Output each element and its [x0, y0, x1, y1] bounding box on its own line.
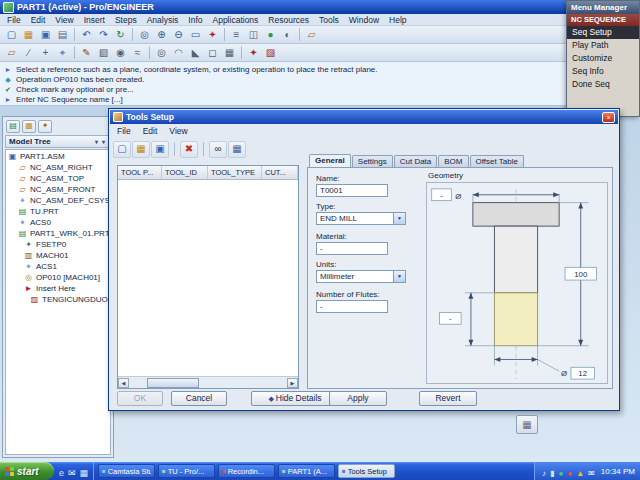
- tool-type-select[interactable]: END MILL ▼: [316, 212, 406, 225]
- tray-update-icon[interactable]: ▲: [576, 462, 584, 480]
- new-file-icon[interactable]: ▢: [3, 27, 20, 42]
- datum-plane-icon[interactable]: ▱: [3, 45, 20, 60]
- dialog-tab[interactable]: BOM: [438, 155, 468, 167]
- menubar-item[interactable]: Steps: [110, 15, 142, 25]
- dialog-tab[interactable]: Cut Data: [394, 155, 438, 167]
- floating-tool-button[interactable]: ▦: [516, 415, 538, 434]
- shell-icon[interactable]: ◻: [204, 45, 221, 60]
- holder-diameter-field[interactable]: -: [432, 189, 452, 201]
- chamfer-icon[interactable]: ◣: [187, 45, 204, 60]
- show-desktop-icon[interactable]: ▦: [80, 462, 89, 480]
- dialog-tab[interactable]: General: [309, 154, 351, 167]
- save-icon[interactable]: ▣: [37, 27, 54, 42]
- table-column-header[interactable]: TOOL_ID: [162, 166, 208, 179]
- menubar-item[interactable]: Help: [384, 15, 411, 25]
- scroll-left-icon[interactable]: ◀: [118, 378, 129, 388]
- tray-mail-icon[interactable]: ✉: [588, 462, 595, 480]
- model-tree-tab-icon[interactable]: ▤: [6, 120, 20, 133]
- dialog-menu-item[interactable]: File: [111, 126, 137, 136]
- menubar-item[interactable]: Applications: [208, 15, 264, 25]
- layers-icon[interactable]: ≡: [228, 27, 245, 42]
- menubar-item[interactable]: Edit: [26, 15, 51, 25]
- menu-manager-item[interactable]: Customize: [567, 52, 639, 65]
- dialog-menu-item[interactable]: Edit: [137, 126, 164, 136]
- model-tree-item[interactable]: ▤ TU.PRT: [6, 206, 110, 217]
- revolve-icon[interactable]: ◉: [112, 45, 129, 60]
- model-tree-item[interactable]: ▱ NC_ASM_RIGHT: [6, 162, 110, 173]
- show-dropdown-icon[interactable]: ▾: [93, 138, 100, 145]
- dialog-tab[interactable]: Offset Table: [470, 155, 524, 167]
- taskbar-task-button[interactable]: ■ TU - Pro/...: [158, 464, 215, 478]
- tray-antivirus-icon[interactable]: ●: [567, 462, 572, 480]
- refit-icon[interactable]: ▭: [187, 27, 204, 42]
- dialog-tab[interactable]: Settings: [352, 155, 393, 167]
- settings-dropdown-icon[interactable]: ▾: [100, 138, 107, 145]
- table-horizontal-scrollbar[interactable]: ◀ ▶: [118, 376, 298, 388]
- table-column-header[interactable]: TOOL_TYPE: [208, 166, 262, 179]
- model-tree-item[interactable]: ▱ NC_ASM_FRONT: [6, 184, 110, 195]
- new-tool-icon[interactable]: ▢: [113, 141, 131, 158]
- dialog-close-button[interactable]: ×: [602, 112, 615, 123]
- nc-sequence-icon[interactable]: ✦: [245, 45, 262, 60]
- menu-manager-item[interactable]: Play Path: [567, 39, 639, 52]
- model-tree-item[interactable]: ◎ OP010 [MACH01]: [6, 272, 110, 283]
- cancel-button[interactable]: Cancel: [171, 391, 227, 406]
- dialog-menu-item[interactable]: View: [163, 126, 193, 136]
- favorites-tab-icon[interactable]: ✦: [38, 120, 52, 133]
- dropdown-arrow-icon[interactable]: ▼: [393, 213, 405, 224]
- table-column-header[interactable]: TOOL P...: [118, 166, 162, 179]
- tool-table-icon[interactable]: ▦: [228, 141, 246, 158]
- model-tree-item[interactable]: ✦ FSETP0: [6, 239, 110, 250]
- datum-display-icon[interactable]: ▱: [303, 27, 320, 42]
- save-tool-icon[interactable]: ▣: [151, 141, 169, 158]
- tool-table-body[interactable]: [118, 179, 298, 377]
- zoom-out-icon[interactable]: ⊖: [170, 27, 187, 42]
- menu-manager-item[interactable]: Seq Info: [567, 65, 639, 78]
- hide-details-button[interactable]: ◆Hide Details: [251, 391, 339, 406]
- apply-button[interactable]: Apply: [329, 391, 387, 406]
- taskbar-task-button[interactable]: ■ Camtasia Stu...: [98, 464, 155, 478]
- menubar-item[interactable]: View: [50, 15, 78, 25]
- menubar-item[interactable]: Window: [344, 15, 384, 25]
- display-style-icon[interactable]: ◐: [279, 27, 296, 42]
- repaint-icon[interactable]: ✦: [204, 27, 221, 42]
- open-tool-icon[interactable]: ▦: [132, 141, 150, 158]
- scroll-right-icon[interactable]: ▶: [287, 378, 298, 388]
- cutter-diameter-field[interactable]: 12: [571, 367, 595, 379]
- model-tree-item[interactable]: ⌖ ACS1: [6, 261, 110, 272]
- material-removal-icon[interactable]: ▨: [262, 45, 279, 60]
- model-tree-item[interactable]: ▨ TENGICUNGDUOC [OP010]: [6, 294, 110, 305]
- model-tree-item[interactable]: ▣ PART1.ASM: [6, 151, 110, 162]
- taskbar-task-button[interactable]: ■ Tools Setup: [338, 464, 395, 478]
- tray-volume-icon[interactable]: ♪: [542, 462, 546, 480]
- model-tree-item[interactable]: ⌖ ACS0: [6, 217, 110, 228]
- pattern-icon[interactable]: ▦: [221, 45, 238, 60]
- redo-icon[interactable]: ↷: [95, 27, 112, 42]
- model-tree-item[interactable]: ▤ PART1_WRK_01.PRT: [6, 228, 110, 239]
- print-icon[interactable]: ▤: [54, 27, 71, 42]
- tool-units-select[interactable]: Millimeter ▼: [316, 270, 406, 283]
- tray-network-icon[interactable]: ▮: [550, 462, 554, 480]
- round-icon[interactable]: ◠: [170, 45, 187, 60]
- taskbar-task-button[interactable]: ■ Recordin...: [218, 464, 275, 478]
- table-column-header[interactable]: CUT...: [262, 166, 298, 179]
- tool-length-field[interactable]: 100: [565, 267, 596, 280]
- search-icon[interactable]: ◎: [136, 27, 153, 42]
- start-button[interactable]: start: [0, 462, 54, 480]
- menubar-item[interactable]: File: [2, 15, 26, 25]
- menu-manager-item[interactable]: Done Seq: [567, 78, 639, 91]
- tool-flutes-input[interactable]: -: [316, 300, 388, 313]
- model-tree-item[interactable]: ▥ MACH01: [6, 250, 110, 261]
- tool-material-input[interactable]: -: [316, 242, 388, 255]
- model-tree-item[interactable]: ⌖ NC_ASM_DEF_CSYS: [6, 195, 110, 206]
- tray-messenger-icon[interactable]: ●: [558, 462, 563, 480]
- delete-tool-icon[interactable]: ✖: [180, 141, 198, 158]
- dropdown-arrow-icon[interactable]: ▼: [393, 271, 405, 282]
- folder-browser-tab-icon[interactable]: ▦: [22, 120, 36, 133]
- undo-icon[interactable]: ↶: [78, 27, 95, 42]
- model-tree-item[interactable]: ► Insert Here: [6, 283, 110, 294]
- menubar-item[interactable]: Analysis: [142, 15, 184, 25]
- open-file-icon[interactable]: ▦: [20, 27, 37, 42]
- preview-glasses-icon[interactable]: ∞: [209, 141, 227, 158]
- tool-name-input[interactable]: T0001: [316, 184, 388, 197]
